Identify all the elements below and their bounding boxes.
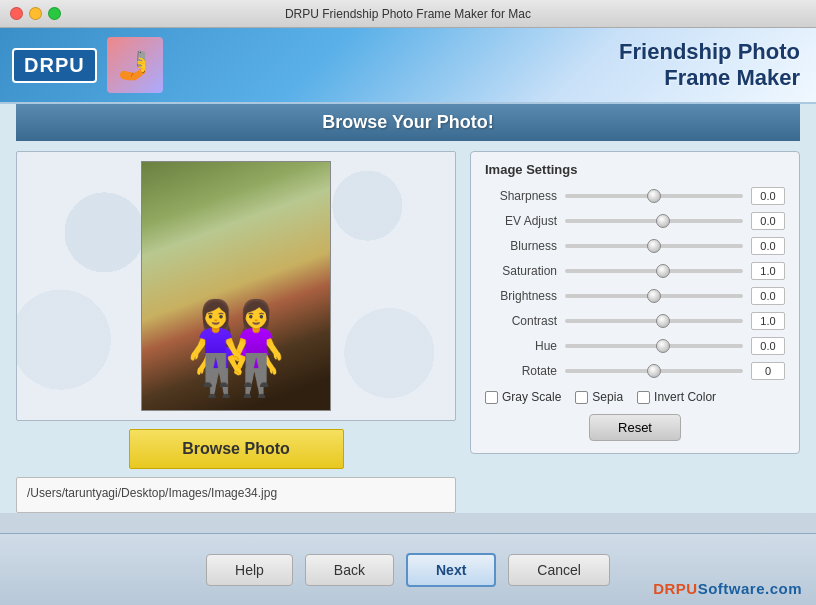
slider-thumb-4[interactable] [647, 289, 661, 303]
slider-track-1[interactable] [565, 219, 743, 223]
slider-track-2[interactable] [565, 244, 743, 248]
invert-checkbox-item[interactable]: Invert Color [637, 390, 716, 404]
slider-thumb-5[interactable] [656, 314, 670, 328]
slider-value-1: 0.0 [751, 212, 785, 230]
slider-row-hue: Hue0.0 [485, 337, 785, 355]
slider-label-3: Saturation [485, 264, 557, 278]
slider-label-7: Rotate [485, 364, 557, 378]
slider-value-2: 0.0 [751, 237, 785, 255]
app-title: Friendship Photo Frame Maker [619, 39, 800, 92]
slider-value-6: 0.0 [751, 337, 785, 355]
invert-checkbox[interactable] [637, 391, 650, 404]
slider-track-3[interactable] [565, 269, 743, 273]
window-title: DRPU Friendship Photo Frame Maker for Ma… [285, 7, 531, 21]
drpu-logo: DRPU [12, 48, 97, 83]
reset-button[interactable]: Reset [589, 414, 681, 441]
minimize-button[interactable] [29, 7, 42, 20]
invert-label: Invert Color [654, 390, 716, 404]
grayscale-label: Gray Scale [502, 390, 561, 404]
slider-value-0: 0.0 [751, 187, 785, 205]
window-controls[interactable] [10, 7, 61, 20]
title-bar: DRPU Friendship Photo Frame Maker for Ma… [0, 0, 816, 28]
slider-label-4: Brightness [485, 289, 557, 303]
maximize-button[interactable] [48, 7, 61, 20]
left-panel: 👭 Browse Photo /Users/taruntyagi/Desktop… [16, 151, 456, 513]
slider-track-7[interactable] [565, 369, 743, 373]
section-heading: Browse Your Photo! [16, 104, 800, 141]
slider-label-0: Sharpness [485, 189, 557, 203]
slider-row-saturation: Saturation1.0 [485, 262, 785, 280]
slider-thumb-1[interactable] [656, 214, 670, 228]
slider-thumb-7[interactable] [647, 364, 661, 378]
sepia-checkbox[interactable] [575, 391, 588, 404]
slider-row-sharpness: Sharpness0.0 [485, 187, 785, 205]
cancel-button[interactable]: Cancel [508, 554, 610, 586]
slider-label-6: Hue [485, 339, 557, 353]
checkboxes-row: Gray Scale Sepia Invert Color [485, 390, 785, 404]
slider-track-4[interactable] [565, 294, 743, 298]
sliders-container: Sharpness0.0EV Adjust0.0Blurness0.0Satur… [485, 187, 785, 380]
file-path-display: /Users/taruntyagi/Desktop/Images/Image34… [16, 477, 456, 513]
slider-thumb-0[interactable] [647, 189, 661, 203]
slider-row-contrast: Contrast1.0 [485, 312, 785, 330]
photo-preview: 👭 [16, 151, 456, 421]
slider-value-5: 1.0 [751, 312, 785, 330]
slider-row-rotate: Rotate0 [485, 362, 785, 380]
slider-track-0[interactable] [565, 194, 743, 198]
slider-row-brightness: Brightness0.0 [485, 287, 785, 305]
slider-thumb-3[interactable] [656, 264, 670, 278]
settings-title: Image Settings [485, 162, 785, 177]
slider-label-5: Contrast [485, 314, 557, 328]
slider-value-7: 0 [751, 362, 785, 380]
slider-track-6[interactable] [565, 344, 743, 348]
app-header: DRPU 🤳 Friendship Photo Frame Maker [0, 28, 816, 104]
navigation-buttons: Help Back Next Cancel [206, 553, 610, 587]
grayscale-checkbox-item[interactable]: Gray Scale [485, 390, 561, 404]
bottom-bar: Help Back Next Cancel DRPUSoftware.com [0, 533, 816, 605]
sepia-checkbox-item[interactable]: Sepia [575, 390, 623, 404]
browse-photo-button[interactable]: Browse Photo [129, 429, 344, 469]
next-button[interactable]: Next [406, 553, 496, 587]
grayscale-checkbox[interactable] [485, 391, 498, 404]
watermark: DRPUSoftware.com [653, 580, 802, 597]
slider-value-3: 1.0 [751, 262, 785, 280]
slider-track-5[interactable] [565, 319, 743, 323]
image-settings-panel: Image Settings Sharpness0.0EV Adjust0.0B… [470, 151, 800, 454]
slider-thumb-2[interactable] [647, 239, 661, 253]
close-button[interactable] [10, 7, 23, 20]
back-button[interactable]: Back [305, 554, 394, 586]
slider-label-2: Blurness [485, 239, 557, 253]
logo-area: DRPU 🤳 [12, 37, 163, 93]
slider-value-4: 0.0 [751, 287, 785, 305]
sepia-label: Sepia [592, 390, 623, 404]
help-button[interactable]: Help [206, 554, 293, 586]
slider-row-blurness: Blurness0.0 [485, 237, 785, 255]
main-content: Browse Your Photo! 👭 Browse Photo /Users… [0, 104, 816, 513]
photo-image: 👭 [141, 161, 331, 411]
slider-label-1: EV Adjust [485, 214, 557, 228]
logo-photo-icon: 🤳 [107, 37, 163, 93]
slider-thumb-6[interactable] [656, 339, 670, 353]
content-row: 👭 Browse Photo /Users/taruntyagi/Desktop… [16, 151, 800, 513]
slider-row-ev-adjust: EV Adjust0.0 [485, 212, 785, 230]
